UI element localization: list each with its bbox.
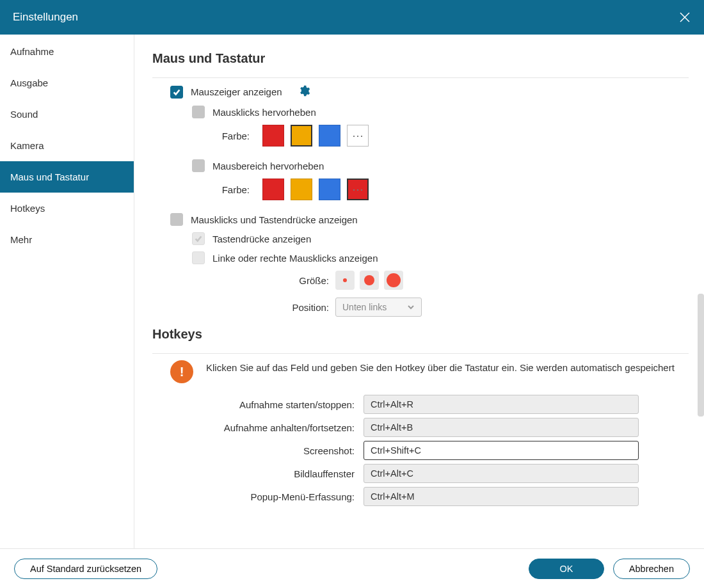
hotkey-input-scrollwindow[interactable]: Ctrl+Alt+C — [364, 464, 639, 483]
checkbox-show-cursor[interactable] — [170, 86, 183, 99]
swatch-blue-clicks[interactable] — [319, 125, 340, 147]
hotkeys-info-text: Klicken Sie auf das Feld und geben Sie d… — [206, 360, 675, 375]
section-title-hotkeys: Hotkeys — [152, 327, 689, 342]
checkbox-highlight-area[interactable] — [192, 159, 205, 172]
swatch-blue-area[interactable] — [319, 179, 340, 200]
label-show-keystrokes: Tastendrücke anzeigen — [212, 234, 311, 244]
sidebar-item-maus-tastatur[interactable]: Maus und Tastatur — [0, 161, 134, 193]
label-show-lr-clicks: Linke oder rechte Mausklicks anzeigen — [212, 253, 378, 264]
sidebar-item-aufnahme[interactable]: Aufnahme — [0, 36, 134, 67]
window-title: Einstellungen — [13, 11, 78, 24]
sidebar-item-hotkeys[interactable]: Hotkeys — [0, 193, 134, 224]
close-icon[interactable] — [678, 11, 691, 24]
hotkey-input-pause-resume[interactable]: Ctrl+Alt+B — [364, 418, 639, 437]
label-size: Größe: — [192, 275, 335, 286]
label-highlight-clicks: Mausklicks hervorheben — [212, 107, 316, 118]
size-option-large[interactable] — [384, 271, 403, 290]
hotkey-input-screenshot[interactable]: Ctrl+Shift+C — [364, 441, 639, 460]
sidebar-item-mehr[interactable]: Mehr — [0, 224, 134, 255]
label-position: Position: — [192, 302, 335, 313]
section-title-mouse-keyboard: Maus und Tastatur — [152, 51, 689, 66]
checkbox-highlight-clicks[interactable] — [192, 106, 205, 118]
sidebar-item-kamera[interactable]: Kamera — [0, 130, 134, 161]
swatch-red-clicks[interactable] — [262, 125, 284, 147]
sidebar-item-sound[interactable]: Sound — [0, 99, 134, 130]
swatch-red-area[interactable] — [262, 179, 284, 200]
hotkey-input-popup[interactable]: Ctrl+Alt+M — [364, 487, 639, 506]
swatch-yellow-clicks[interactable] — [291, 125, 312, 147]
footer: Auf Standard zurücksetzen OK Abbrechen — [0, 548, 704, 588]
label-color-area: Farbe: — [192, 184, 262, 195]
content-pane: Maus und Tastatur Mauszeiger anzeigen Ma… — [134, 35, 704, 548]
hotkey-label-screenshot: Screenshot: — [152, 445, 364, 456]
checkbox-show-lr-clicks[interactable] — [192, 251, 205, 264]
select-position[interactable]: Unten links — [335, 298, 422, 317]
swatch-more-clicks[interactable]: ⋯ — [347, 125, 369, 147]
titlebar: Einstellungen — [0, 0, 704, 35]
label-highlight-area: Mausbereich hervorheben — [212, 161, 324, 171]
sidebar-item-ausgabe[interactable]: Ausgabe — [0, 67, 134, 99]
hotkey-label-scrollwindow: Bildlauffenster — [152, 468, 364, 479]
hotkey-input-start-stop[interactable]: Ctrl+Alt+R — [364, 395, 639, 414]
chevron-down-icon — [407, 303, 415, 311]
alert-icon: ! — [170, 360, 193, 383]
hotkey-label-start-stop: Aufnahme starten/stoppen: — [152, 399, 364, 410]
ok-button[interactable]: OK — [529, 559, 604, 579]
label-show-clicks-keys: Mausklicks und Tastendrücke anzeigen — [191, 214, 358, 225]
hotkey-label-popup: Popup-Menü-Erfassung: — [152, 491, 364, 502]
label-color-clicks: Farbe: — [192, 131, 262, 141]
checkbox-show-keystrokes[interactable] — [192, 232, 205, 245]
hotkey-label-pause-resume: Aufnahme anhalten/fortsetzen: — [152, 422, 364, 433]
label-show-cursor: Mauszeiger anzeigen — [191, 86, 282, 97]
size-option-medium[interactable] — [360, 271, 379, 290]
reset-defaults-button[interactable]: Auf Standard zurücksetzen — [14, 559, 157, 579]
swatch-yellow-area[interactable] — [291, 179, 312, 200]
sidebar: Aufnahme Ausgabe Sound Kamera Maus und T… — [0, 35, 134, 548]
select-position-value: Unten links — [342, 302, 387, 312]
scrollbar[interactable] — [698, 294, 704, 417]
divider — [152, 77, 689, 78]
cancel-button[interactable]: Abbrechen — [613, 559, 690, 579]
checkbox-show-clicks-keys[interactable] — [170, 213, 183, 226]
swatch-more-area[interactable]: ⋯ — [347, 179, 369, 200]
divider — [152, 353, 689, 354]
gear-icon[interactable] — [298, 84, 310, 99]
size-option-small[interactable] — [335, 271, 355, 290]
